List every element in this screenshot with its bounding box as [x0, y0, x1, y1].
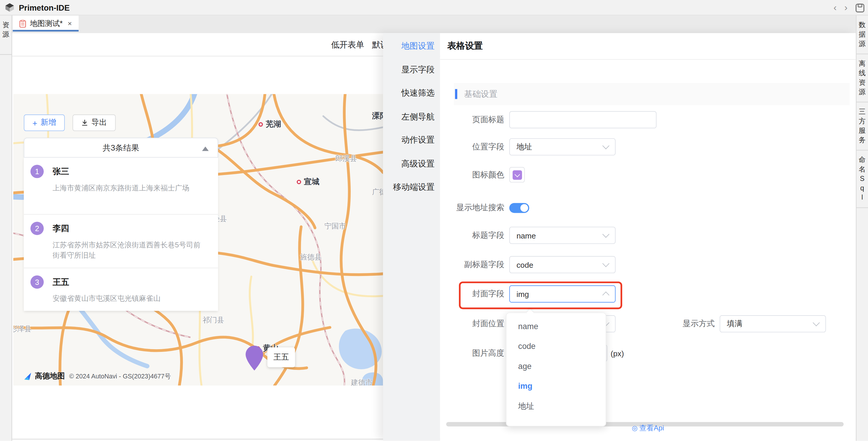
result-name: 李四	[53, 222, 203, 235]
settings-content: 表格设置 基础设置 页面标题 位置字段	[440, 33, 856, 441]
city-dot	[258, 122, 263, 127]
file-icon	[20, 20, 26, 28]
settings-nav-item-6[interactable]: 移动端设置	[383, 175, 440, 199]
settings-nav-item-3[interactable]: 左侧导航	[383, 105, 440, 128]
settings-nav-item-1[interactable]: 显示字段	[383, 58, 440, 81]
map-label-宣城: 宣城	[297, 177, 319, 187]
map-label-芜湖: 芜湖	[258, 120, 281, 130]
close-icon[interactable]: ×	[68, 20, 72, 28]
toggle-knob	[520, 204, 528, 211]
cover-field-dropdown: namecodeageimg地址	[506, 313, 606, 427]
address-search-label: 显示地址搜索	[440, 203, 504, 213]
titlebar: Primeton-IDE ‹ ›	[0, 0, 868, 15]
map-label-广德市: 广德市	[372, 187, 383, 197]
map-label-旌德县: 旌德县	[300, 252, 322, 262]
map-marker-pin[interactable]	[245, 345, 264, 371]
plus-icon: +	[32, 118, 37, 128]
section-accent-bar	[455, 89, 457, 99]
sidebar-item-1[interactable]: 离线资源	[857, 54, 868, 102]
chevron-down-icon	[602, 231, 610, 238]
icon-color-picker[interactable]	[509, 167, 525, 182]
result-item[interactable]: 3王五安徽省黄山市屯溪区屯光镇麻雀山	[24, 268, 218, 311]
sidebar-item-resources[interactable]: 资源	[0, 15, 11, 44]
result-index-badge: 2	[30, 222, 44, 235]
subtitle-field-select[interactable]: code	[509, 256, 616, 273]
map-attribution: 高德地图 © 2024 AutoNavi - GS(2023)4677号	[23, 371, 171, 381]
active-tab-underline	[13, 30, 79, 32]
tab-map-test[interactable]: 地图测试* ×	[13, 15, 79, 31]
section-basic-settings: 基础设置	[454, 83, 850, 105]
amap-logo-text: 高德地图	[35, 371, 65, 381]
toolbar-item-lowcode-form[interactable]: 低开表单	[331, 33, 364, 56]
view-api-label: 查看Api	[639, 423, 664, 432]
display-mode-select[interactable]: 填满	[720, 315, 826, 332]
cover-field-select[interactable]: img	[509, 285, 616, 303]
app-logo-icon	[5, 3, 14, 12]
settings-nav-item-5[interactable]: 高级设置	[383, 152, 440, 175]
dropdown-option-age[interactable]: age	[506, 356, 606, 376]
nav-forward-icon[interactable]: ›	[844, 0, 848, 15]
icon-color-label: 图标颜色	[440, 169, 504, 180]
dropdown-option-code[interactable]: code	[506, 336, 606, 356]
subtitle-field-label: 副标题字段	[440, 260, 504, 270]
display-mode-label: 显示方式	[651, 318, 715, 329]
results-list: 1张三上海市黄浦区南京东路街道上海来福士广场2李四江苏省苏州市姑苏区沧浪街道西善…	[24, 158, 218, 311]
location-field-select[interactable]: 地址	[509, 138, 616, 155]
map-label-彭泽县: 彭泽县	[13, 324, 32, 334]
dropdown-option-img[interactable]: img	[506, 376, 606, 396]
chevron-up-icon	[602, 292, 610, 299]
page-title-label: 页面标题	[440, 114, 504, 125]
sidebar-item-2[interactable]: 三方服务	[857, 102, 868, 150]
settings-nav: 地图设置显示字段快速筛选左侧导航动作设置高级设置移动端设置	[383, 33, 440, 441]
right-sidebar: 数据源离线资源三方服务命名Sql	[856, 15, 868, 441]
chevron-down-icon	[813, 319, 820, 326]
dropdown-option-name[interactable]: name	[506, 316, 606, 336]
export-button[interactable]: 导出	[72, 114, 116, 131]
map-marker-label[interactable]: 王五	[267, 347, 295, 367]
result-name: 张三	[53, 165, 203, 178]
divider	[440, 59, 856, 60]
result-item[interactable]: 2李四江苏省苏州市姑苏区沧浪街道西善长巷5号司前街看守所旧址	[24, 214, 218, 268]
main-area: 地图测试* × 低开表单 默认	[12, 15, 856, 441]
results-header[interactable]: 共3条结果	[24, 138, 218, 158]
chevron-down-icon	[514, 171, 520, 177]
location-field-label: 位置字段	[440, 142, 504, 152]
settings-nav-item-2[interactable]: 快速筛选	[383, 81, 440, 105]
cover-position-label: 封面位置	[440, 318, 504, 329]
results-count: 共3条结果	[102, 142, 139, 153]
collapse-icon	[202, 147, 209, 151]
section-label: 基础设置	[464, 89, 497, 99]
result-address: 安徽省黄山市屯溪区屯光镇麻雀山	[53, 293, 203, 304]
title-field-label: 标题字段	[440, 230, 504, 241]
page-title-input[interactable]	[509, 111, 656, 128]
dropdown-option-地址[interactable]: 地址	[506, 396, 606, 416]
map-label-溧阳: 溧阳	[372, 111, 383, 121]
save-icon[interactable]	[855, 3, 865, 12]
result-address: 江苏省苏州市姑苏区沧浪街道西善长巷5号司前街看守所旧址	[53, 239, 203, 260]
download-icon	[81, 120, 88, 126]
map-label-宁国市: 宁国市	[324, 221, 346, 231]
tab-bar: 地图测试* ×	[12, 15, 856, 33]
settings-nav-item-0[interactable]: 地图设置	[383, 34, 440, 58]
sidebar-item-3[interactable]: 命名Sql	[857, 150, 868, 208]
title-field-select[interactable]: name	[509, 227, 616, 244]
tab-label: 地图测试*	[30, 19, 63, 29]
nav-back-icon[interactable]: ‹	[833, 0, 837, 15]
image-height-unit: (px)	[611, 349, 624, 358]
sidebar-item-0[interactable]: 数据源	[857, 15, 868, 54]
app-title: Primeton-IDE	[19, 3, 70, 12]
view-api-link[interactable]: ◎查看Api	[440, 423, 856, 433]
settings-title: 表格设置	[447, 40, 483, 52]
export-button-label: 导出	[91, 118, 107, 128]
settings-drawer: 地图设置显示字段快速筛选左侧导航动作设置高级设置移动端设置 表格设置 基础设置 …	[383, 33, 856, 441]
map-label-郎溪县: 郎溪县	[335, 154, 357, 164]
map-copyright: © 2024 AutoNavi - GS(2023)4677号	[69, 372, 171, 380]
result-item[interactable]: 1张三上海市黄浦区南京东路街道上海来福士广场	[24, 158, 218, 214]
settings-nav-item-4[interactable]: 动作设置	[383, 128, 440, 152]
address-search-toggle[interactable]	[509, 203, 529, 213]
app-window: Primeton-IDE ‹ › 资源 数据源离线资源三方服务命名Sql	[0, 0, 868, 441]
add-button-label: 新增	[40, 118, 56, 128]
chevron-down-icon	[602, 260, 610, 267]
add-button[interactable]: + 新增	[24, 114, 65, 131]
result-index-badge: 1	[30, 165, 44, 178]
